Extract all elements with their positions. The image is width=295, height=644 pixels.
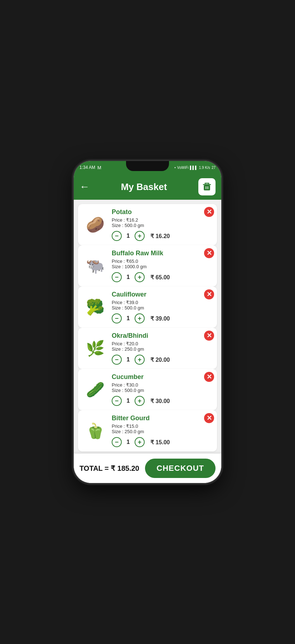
item-name-buffalo-raw-milk: Buffalo Raw Milk [112, 250, 213, 257]
item-details-cauliflower: Cauliflower Price : ₹39.0 Size : 500.0 g… [112, 291, 213, 323]
item-controls-buffalo-raw-milk: − 1 + ₹ 65.00 [112, 272, 213, 282]
item-image-cauliflower: 🥦 [82, 296, 108, 318]
item-size-cucumber: Size : 500.0 gm [112, 388, 213, 393]
item-total-bitter-gourd: ₹ 15.00 [150, 439, 170, 446]
quantity-display-okra-bhindi: 1 [125, 356, 132, 363]
cart-item-cauliflower: 🥦 Cauliflower Price : ₹39.0 Size : 500.0… [78, 287, 217, 328]
item-price-buffalo-raw-milk: Price : ₹65.0 [112, 259, 213, 264]
page-title: My Basket [121, 181, 167, 193]
cart-item-bitter-gourd: 🫑 Bitter Gourd Price : ₹15.0 Size : 250.… [78, 410, 217, 451]
item-size-potato: Size : 500.0 gm [112, 223, 213, 228]
item-size-buffalo-raw-milk: Size : 1000.0 gm [112, 264, 213, 269]
item-name-okra-bhindi: Okra/Bhindi [112, 332, 213, 340]
increment-button-cauliflower[interactable]: + [135, 313, 145, 323]
item-size-cauliflower: Size : 500.0 gm [112, 305, 213, 311]
item-total-potato: ₹ 16.20 [150, 233, 170, 240]
item-image-okra-bhindi: 🌿 [82, 337, 108, 360]
wifi-label: VoWiFi [177, 166, 189, 170]
quantity-display-cucumber: 1 [125, 398, 132, 404]
decrement-button-potato[interactable]: − [112, 231, 122, 241]
notch [126, 161, 169, 171]
item-name-potato: Potato [112, 208, 213, 216]
increment-button-buffalo-raw-milk[interactable]: + [135, 272, 145, 282]
item-controls-bitter-gourd: − 1 + ₹ 15.00 [112, 437, 213, 447]
cart-items-list: 🥔 Potato Price : ₹16.2 Size : 500.0 gm −… [78, 204, 217, 451]
quantity-display-potato: 1 [125, 233, 132, 239]
quantity-display-cauliflower: 1 [125, 315, 132, 322]
status-right: • VoWiFi ▌▌▌ 1.9 K/s 27 [174, 166, 216, 170]
decrement-button-bitter-gourd[interactable]: − [112, 437, 122, 447]
remove-button-bitter-gourd[interactable]: ✕ [204, 413, 214, 423]
increment-button-bitter-gourd[interactable]: + [135, 437, 145, 447]
increment-button-okra-bhindi[interactable]: + [135, 355, 145, 365]
remove-button-cucumber[interactable]: ✕ [204, 372, 214, 382]
item-details-bitter-gourd: Bitter Gourd Price : ₹15.0 Size : 250.0 … [112, 415, 213, 447]
svg-rect-0 [203, 184, 211, 185]
phone-frame: 1:34 AM M • VoWiFi ▌▌▌ 1.9 K/s 27 ← My B… [74, 161, 221, 483]
cart-item-okra-bhindi: 🌿 Okra/Bhindi Price : ₹20.0 Size : 250.0… [78, 328, 217, 369]
item-details-okra-bhindi: Okra/Bhindi Price : ₹20.0 Size : 250.0 g… [112, 332, 213, 365]
item-total-buffalo-raw-milk: ₹ 65.00 [150, 274, 170, 281]
item-price-potato: Price : ₹16.2 [112, 217, 213, 223]
item-name-cauliflower: Cauliflower [112, 291, 213, 298]
decrement-button-okra-bhindi[interactable]: − [112, 355, 122, 365]
increment-button-cucumber[interactable]: + [135, 396, 145, 406]
mail-icon: M [97, 165, 101, 170]
item-controls-potato: − 1 + ₹ 16.20 [112, 231, 213, 241]
phone-screen: 1:34 AM M • VoWiFi ▌▌▌ 1.9 K/s 27 ← My B… [74, 161, 221, 483]
item-image-bitter-gourd: 🫑 [82, 420, 108, 442]
item-controls-okra-bhindi: − 1 + ₹ 20.00 [112, 355, 213, 365]
clear-basket-button[interactable] [198, 178, 216, 195]
status-left: 1:34 AM M [79, 165, 101, 170]
remove-button-okra-bhindi[interactable]: ✕ [204, 331, 214, 341]
item-size-okra-bhindi: Size : 250.0 gm [112, 346, 213, 352]
decrement-button-buffalo-raw-milk[interactable]: − [112, 272, 122, 282]
item-price-cucumber: Price : ₹30.0 [112, 382, 213, 388]
item-controls-cucumber: − 1 + ₹ 30.00 [112, 396, 213, 406]
dot-indicator: • [174, 166, 176, 170]
signal-bars: ▌▌▌ [190, 166, 197, 170]
decrement-button-cauliflower[interactable]: − [112, 313, 122, 323]
item-details-cucumber: Cucumber Price : ₹30.0 Size : 500.0 gm −… [112, 373, 213, 406]
item-total-cauliflower: ₹ 39.00 [150, 315, 170, 322]
cart-item-potato: 🥔 Potato Price : ₹16.2 Size : 500.0 gm −… [78, 204, 217, 245]
item-name-bitter-gourd: Bitter Gourd [112, 415, 213, 422]
cart-content: 🥔 Potato Price : ₹16.2 Size : 500.0 gm −… [74, 200, 221, 454]
back-button[interactable]: ← [79, 181, 90, 193]
item-price-okra-bhindi: Price : ₹20.0 [112, 341, 213, 346]
checkout-button[interactable]: CHECKOUT [145, 459, 216, 478]
cart-item-buffalo-raw-milk: 🐃 Buffalo Raw Milk Price : ₹65.0 Size : … [78, 245, 217, 287]
trash-icon [202, 181, 212, 192]
item-image-cucumber: 🥒 [82, 379, 108, 401]
decrement-button-cucumber[interactable]: − [112, 396, 122, 406]
increment-button-potato[interactable]: + [135, 231, 145, 241]
time-display: 1:34 AM [79, 165, 95, 170]
speed-indicator: 1.9 K/s [199, 166, 210, 170]
remove-button-buffalo-raw-milk[interactable]: ✕ [204, 248, 214, 258]
item-details-potato: Potato Price : ₹16.2 Size : 500.0 gm − 1… [112, 208, 213, 241]
item-image-buffalo-raw-milk: 🐃 [82, 255, 108, 277]
item-total-okra-bhindi: ₹ 20.00 [150, 356, 170, 363]
app-header: ← My Basket [74, 174, 221, 200]
item-image-potato: 🥔 [82, 214, 108, 236]
item-price-cauliflower: Price : ₹39.0 [112, 300, 213, 305]
remove-button-cauliflower[interactable]: ✕ [204, 289, 214, 299]
quantity-display-bitter-gourd: 1 [125, 439, 132, 445]
bottom-bar: TOTAL = ₹ 185.20 CHECKOUT [74, 454, 221, 483]
quantity-display-buffalo-raw-milk: 1 [125, 274, 132, 280]
item-price-bitter-gourd: Price : ₹15.0 [112, 423, 213, 429]
svg-rect-1 [204, 185, 210, 190]
item-total-cucumber: ₹ 30.00 [150, 398, 170, 404]
item-name-cucumber: Cucumber [112, 373, 213, 381]
item-size-bitter-gourd: Size : 250.0 gm [112, 429, 213, 434]
battery-display: 27 [212, 166, 216, 170]
item-controls-cauliflower: − 1 + ₹ 39.00 [112, 313, 213, 323]
remove-button-potato[interactable]: ✕ [204, 207, 214, 217]
cart-item-cucumber: 🥒 Cucumber Price : ₹30.0 Size : 500.0 gm… [78, 369, 217, 410]
item-details-buffalo-raw-milk: Buffalo Raw Milk Price : ₹65.0 Size : 10… [112, 250, 213, 282]
total-display: TOTAL = ₹ 185.20 [79, 464, 139, 473]
